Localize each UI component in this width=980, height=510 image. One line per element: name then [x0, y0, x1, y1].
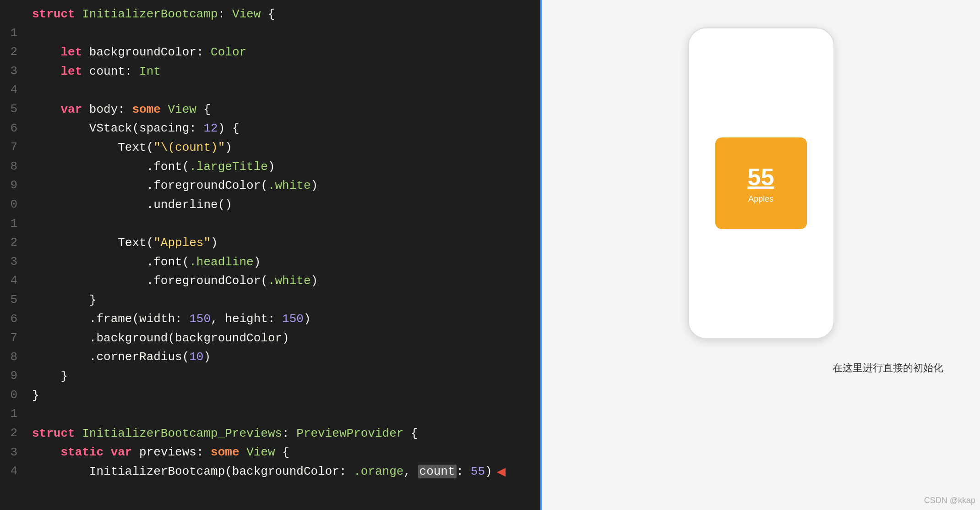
code-line: .frame(width: 150, height: 150) — [32, 310, 531, 329]
code-line: .cornerRadius(10) — [32, 348, 531, 367]
code-line: } — [32, 386, 531, 405]
code-line: let count: Int — [32, 62, 531, 81]
watermark-text: CSDN @kkap — [924, 496, 975, 505]
code-line: struct InitializerBootcamp: View { — [32, 5, 531, 24]
code-editor-panel: 1 2 3 4 5 6 7 8 9 0 1 2 3 4 5 6 7 8 9 0 … — [0, 0, 540, 510]
code-line — [32, 24, 531, 43]
code-area: struct InitializerBootcamp: View { let b… — [23, 0, 540, 510]
code-line: Text("Apples") — [32, 233, 531, 252]
code-line: .font(.largeTitle) — [32, 157, 531, 176]
type-initializer: InitializerBootcamp — [82, 7, 218, 21]
phone-content: 55 Apples — [689, 28, 833, 338]
code-line: .font(.headline) — [32, 252, 531, 272]
type-view: View — [232, 7, 261, 21]
code-line: } — [32, 291, 531, 310]
code-line: Text("\(count)") — [32, 138, 531, 157]
code-line: } — [32, 367, 531, 386]
code-line: .background(backgroundColor) — [32, 329, 531, 348]
count-keyword: count — [418, 465, 457, 478]
red-arrow-icon: ◀ — [497, 462, 506, 481]
keyword-struct: struct — [32, 7, 82, 21]
code-line: .underline() — [32, 195, 531, 214]
phone-preview: 55 Apples — [688, 27, 834, 339]
code-line: VStack(spacing: 12) { — [32, 119, 531, 138]
code-line: let backgroundColor: Color — [32, 43, 531, 62]
code-line-count: InitializerBootcamp(backgroundColor: .or… — [32, 462, 531, 481]
orange-card: 55 Apples — [715, 137, 807, 229]
code-line: struct InitializerBootcamp_Previews: Pre… — [32, 424, 531, 443]
annotation-text: 在这里进行直接的初始化 — [833, 361, 943, 375]
code-line: .foregroundColor(.white) — [32, 176, 531, 195]
code-line — [32, 405, 531, 424]
card-count-value: 55 — [748, 163, 774, 191]
code-line: static var previews: some View { — [32, 443, 531, 462]
code-line: .foregroundColor(.white) — [32, 271, 531, 291]
line-numbers: 1 2 3 4 5 6 7 8 9 0 1 2 3 4 5 6 7 8 9 0 … — [0, 0, 23, 510]
code-line: var body: some View { — [32, 100, 531, 119]
code-line — [32, 81, 531, 100]
code-line — [32, 481, 531, 500]
code-line — [32, 214, 531, 234]
card-apples-label: Apples — [748, 194, 773, 204]
preview-panel: 55 Apples 在这里进行直接的初始化 CSDN @kkap — [540, 0, 980, 510]
